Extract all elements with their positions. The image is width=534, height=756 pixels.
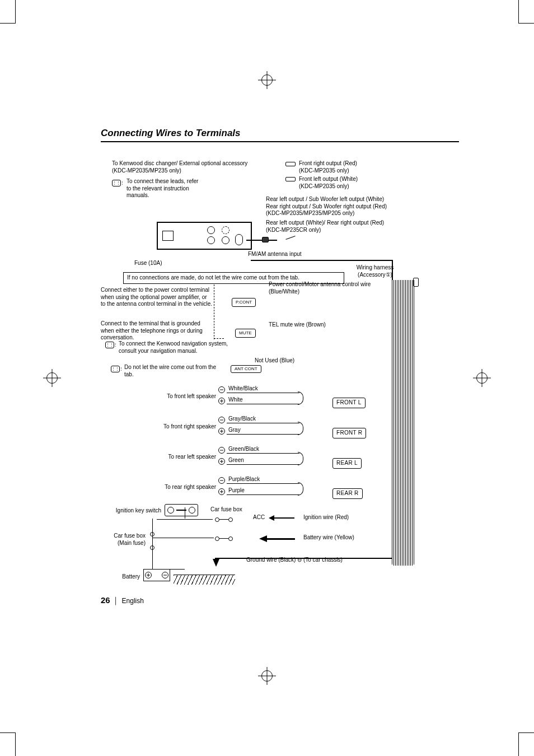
label-ign-switch: Ignition key switch bbox=[101, 507, 161, 515]
tag-front-l: FRONT L bbox=[332, 398, 366, 408]
label-tel-terminal: Connect to the terminal that is grounded… bbox=[101, 320, 213, 342]
battery-icon bbox=[143, 569, 170, 581]
label-car-fuse: Car fuse box bbox=[210, 506, 242, 514]
main-fuse-icon bbox=[148, 532, 157, 550]
fuse-icon bbox=[215, 515, 233, 523]
label-notused: Not Used (Blue) bbox=[255, 357, 294, 365]
label-speaker-fl: To front left speaker bbox=[101, 393, 216, 400]
label-power-wire: Power control/Motor antenna control wire… bbox=[269, 281, 397, 295]
label-wiring-harness: Wiring harness(Accessory①) bbox=[347, 264, 403, 278]
label-front-left: Front left output (White)(KDC-MP2035 onl… bbox=[299, 176, 411, 190]
ignition-switch-icon bbox=[165, 504, 198, 516]
label-antenna: FM/AM antenna input bbox=[248, 251, 302, 258]
plus-icon bbox=[218, 428, 225, 435]
tag-antcont: ANT CONT bbox=[231, 365, 261, 373]
label-wire-fl-neg: White/Black bbox=[228, 385, 258, 393]
plus-icon bbox=[218, 488, 225, 495]
label-wire-fr-neg: Gray/Black bbox=[228, 416, 256, 423]
page-footer: 26 │ English bbox=[101, 595, 144, 605]
label-wire-rr-neg: Purple/Black bbox=[228, 476, 260, 483]
label-disc-changer: To Kenwood disc changer/ External option… bbox=[112, 160, 252, 174]
note-icon: ⋮⋮⋮ bbox=[112, 180, 121, 186]
note-icon: ⋮⋮⋮ bbox=[105, 342, 114, 348]
tag-front-r: FRONT R bbox=[332, 428, 366, 438]
label-ign-wire: Ignition wire (Red) bbox=[303, 514, 349, 521]
minus-icon bbox=[218, 386, 225, 393]
label-wire-fr-pos: Gray bbox=[228, 427, 241, 434]
label-rear-cr: Rear left output (White)/ Rear right out… bbox=[266, 220, 451, 234]
chassis-icon bbox=[174, 575, 235, 585]
tag-mute: MUTE bbox=[235, 329, 256, 338]
minus-icon bbox=[218, 477, 225, 484]
page-lang: English bbox=[122, 597, 144, 605]
label-speaker-fr: To front right speaker bbox=[101, 423, 216, 431]
label-rear-sub: Rear left output / Sub Woofer left outpu… bbox=[266, 196, 451, 217]
harness-bundle bbox=[392, 280, 414, 566]
label-nav: To connect the Kenwood navigation system… bbox=[119, 340, 242, 354]
label-car-fuse-main: Car fuse box (Main fuse) bbox=[101, 533, 146, 547]
label-wire-rr-pos: Purple bbox=[228, 487, 245, 494]
tag-rear-l: REAR L bbox=[332, 458, 362, 469]
label-fuse: Fuse (10A) bbox=[134, 260, 162, 267]
minus-icon bbox=[218, 447, 225, 454]
label-battery: Battery bbox=[101, 573, 140, 581]
label-wire-rl-neg: Green/Black bbox=[228, 446, 259, 453]
label-batt-wire: Battery wire (Yellow) bbox=[303, 534, 354, 542]
tag-pcont: P.CONT bbox=[232, 298, 256, 307]
page-title: Connecting Wires to Terminals bbox=[101, 128, 459, 142]
wiring-diagram: To Kenwood disc changer/ External option… bbox=[101, 160, 459, 597]
label-speaker-rr: To rear right speaker bbox=[101, 484, 216, 491]
tag-rear-r: REAR R bbox=[332, 488, 363, 499]
label-front-right: Front right output (Red)(KDC-MP2035 only… bbox=[299, 160, 411, 174]
plus-icon bbox=[218, 458, 225, 465]
label-acc: ACC bbox=[253, 514, 265, 521]
label-speaker-rl: To rear left speaker bbox=[101, 454, 216, 461]
label-connect-leads: To connect these leads, refer to the rel… bbox=[127, 178, 199, 199]
plus-icon bbox=[218, 398, 225, 404]
page-number: 26 bbox=[101, 595, 110, 605]
label-power-terminal: Connect either to the power control term… bbox=[101, 287, 213, 308]
label-wire-rl-pos: Green bbox=[228, 457, 244, 464]
fuse-icon bbox=[215, 534, 233, 542]
minus-icon bbox=[218, 417, 225, 423]
note-icon: ⋮⋮⋮ bbox=[111, 366, 120, 372]
label-tab-note2: Do not let the wire come out from the ta… bbox=[124, 364, 219, 378]
label-tel-wire: TEL mute wire (Brown) bbox=[269, 321, 326, 329]
label-wire-fl-pos: White bbox=[228, 396, 243, 404]
